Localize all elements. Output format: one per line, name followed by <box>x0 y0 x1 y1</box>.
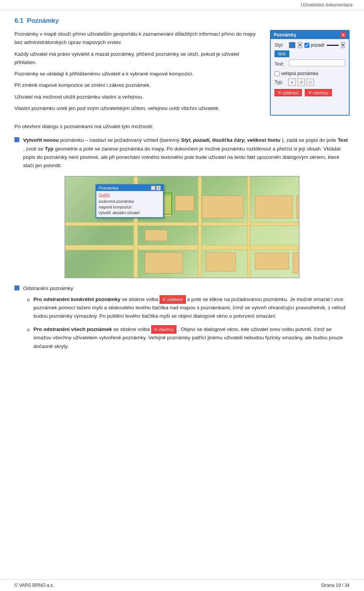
section-heading: 6.1 Poznámky <box>14 17 350 25</box>
typ-row: Typ: + ↗ □ <box>275 78 345 86</box>
x-icon: ✕ <box>278 90 281 95</box>
map-info-text: soukromá poznámka mapová kompozice: vytv… <box>99 199 161 216</box>
intro-para-1: Poznámky v mapě slouží přímo uživatelům … <box>14 30 262 47</box>
sub-circle-icon-1: o <box>27 296 30 304</box>
intro-para-4: Při změně mapové kompozice se změní i zá… <box>14 81 262 89</box>
create-text-3: , zvolí se <box>23 146 45 152</box>
typ-label-2: Typ <box>45 146 53 152</box>
verejne-checkbox[interactable] <box>275 71 279 76</box>
main-bullet-list: Vytvořit novou poznámku – nastaví se pož… <box>14 136 350 170</box>
dialog-styl-row: Styl: ▼ pozadí ▼ <box>275 42 345 48</box>
dialog-action-buttons: ✕ výběrem ✕ všechny <box>275 89 345 96</box>
sub-item-2-content: Pro odstranění všech poznámek se stiskne… <box>33 325 350 351</box>
page-footer: © VARS BRNO a.s. Strana 19 / 34 <box>0 579 364 591</box>
map-dialog-close[interactable]: ✕ <box>156 186 161 190</box>
line-thickness-indicator <box>327 45 339 46</box>
intro-para-5: Uživatel má možnost uložit poznámku vlas… <box>14 93 262 101</box>
main-content: 6.1 Poznámky Poznámky v mapě slouží přím… <box>0 10 364 391</box>
thickness-dropdown[interactable]: ▼ <box>341 42 345 48</box>
remove-bullet-square-icon <box>14 285 19 290</box>
bullet-square-icon <box>14 137 19 142</box>
x-icon-2: ✕ <box>308 90 312 95</box>
create-text-2: ), zadá se popis do pole <box>282 137 337 143</box>
map-inner-poznamka-dialog: Poznámka _ ✕ Ověřit soukromá poznámka ma… <box>96 184 164 218</box>
poznamky-dialog: Poznámky ✕ Styl: ▼ pozadí ▼ <box>270 30 350 116</box>
color-dropdown[interactable]: ▼ <box>298 42 302 48</box>
x-icon-inline-2: ✕ <box>154 326 157 333</box>
bullet-create-content: Vytvořit novou poznámku – nastaví se pož… <box>23 136 350 170</box>
create-text-4: geometrie a poté se zanese poznámka do m… <box>23 146 340 169</box>
remove-bullet-content: Odstranění poznámky o Pro odstranění kon… <box>23 284 350 355</box>
intro-block: Poznámky v mapě slouží přímo uživatelům … <box>14 30 350 116</box>
copyright: © VARS BRNO a.s. <box>14 583 54 588</box>
after-dialog-text: Po otevření dialogu s poznámkami má uživ… <box>14 122 350 131</box>
verejne-label: veřejná poznámka <box>281 71 318 76</box>
konkretni-label: Pro odstranění konkrétní poznámky <box>33 296 121 302</box>
verejne-row: veřejná poznámka <box>275 71 345 76</box>
intro-text: Poznámky v mapě slouží přímo uživatelům … <box>14 30 262 116</box>
sub-item-1-content: Pro odstranění konkrétní poznámky se sti… <box>33 295 350 321</box>
sub-bullet-list: o Pro odstranění konkrétní poznámky se s… <box>27 295 350 351</box>
vyberem-inline-btn[interactable]: ✕ výběrem <box>160 295 185 304</box>
map-dialog-buttons: _ ✕ <box>151 186 161 190</box>
bullet-item-remove: Odstranění poznámky o Pro odstranění kon… <box>14 284 350 355</box>
map-dialog-minimize[interactable]: _ <box>151 186 155 190</box>
map-inner-title: Poznámka _ ✕ <box>96 185 163 191</box>
text-input-row: Text: <box>275 60 345 69</box>
vsechny-label: Pro odstranění všech poznámek <box>33 326 112 332</box>
intro-para-3: Poznámky se ukládají k přihlášenému uživ… <box>14 70 262 78</box>
sub-bullet-item-1: o Pro odstranění konkrétní poznámky se s… <box>27 295 350 321</box>
map-screenshot: Poznámka _ ✕ Ověřit soukromá poznámka ma… <box>64 176 300 278</box>
text-value-box: text <box>275 50 345 60</box>
typ-square-btn[interactable]: □ <box>306 78 314 86</box>
sub-circle-icon-2: o <box>27 326 30 334</box>
text-field-label: Text <box>337 137 348 143</box>
typ-curve-btn[interactable]: ↗ <box>297 78 305 86</box>
text-input[interactable] <box>289 60 345 66</box>
typ-label: Typ: <box>275 80 287 85</box>
intro-para-2: Každý uživatel má právo vytvářet a mazat… <box>14 50 262 67</box>
styl-label: Styl: <box>275 42 287 48</box>
remove-bullet-list: Odstranění poznámky o Pro odstranění kon… <box>14 284 350 355</box>
create-text-1: poznámku – nastaví se požadovaný vzhled … <box>60 137 181 143</box>
pozadi-label: pozadí <box>311 42 325 48</box>
page-number: Strana 19 / 34 <box>321 583 350 588</box>
text-label: Text: <box>275 61 287 67</box>
vsechny-inline-btn[interactable]: ✕ všechny <box>151 325 176 334</box>
dialog-title-bar: Poznámky ✕ <box>271 31 349 39</box>
dialog-title: Poznámky <box>274 32 296 38</box>
odstraneni-label: Odstranění poznámky <box>23 285 73 291</box>
pozadi-checkbox-row: pozadí <box>304 42 325 48</box>
dialog-body: Styl: ▼ pozadí ▼ text Text: <box>271 39 349 99</box>
x-icon-inline: ✕ <box>162 296 166 303</box>
dialog-close-button[interactable]: ✕ <box>340 32 346 38</box>
page-header: Uživatelská dokumentace <box>0 0 364 10</box>
vyberem-button[interactable]: ✕ výběrem <box>275 89 302 96</box>
map-dialog-title: Poznámka <box>99 186 118 190</box>
intro-para-6: Vlastní poznámku uvidí jen pod svým uživ… <box>14 104 262 113</box>
styl-italic-label: Styl, pozadí, tloušťka čáry, velikost fo… <box>181 137 281 143</box>
text-value: text <box>275 50 289 57</box>
bullet-item-create: Vytvořit novou poznámku – nastaví se pož… <box>14 136 350 170</box>
overit-link[interactable]: Ověřit <box>99 193 161 197</box>
pozadi-checkbox[interactable] <box>304 43 309 48</box>
sub-bullet-item-2: o Pro odstranění všech poznámek se stisk… <box>27 325 350 351</box>
map-inner-body: Ověřit soukromá poznámka mapová kompozic… <box>96 191 163 217</box>
header-title: Uživatelská dokumentace <box>301 2 353 8</box>
color-swatch[interactable] <box>289 42 295 48</box>
typ-plus-btn[interactable]: + <box>288 78 296 86</box>
vytvořit-novou-label: Vytvořit novou <box>23 137 59 143</box>
vsechny-button[interactable]: ✕ všechny <box>305 89 331 96</box>
